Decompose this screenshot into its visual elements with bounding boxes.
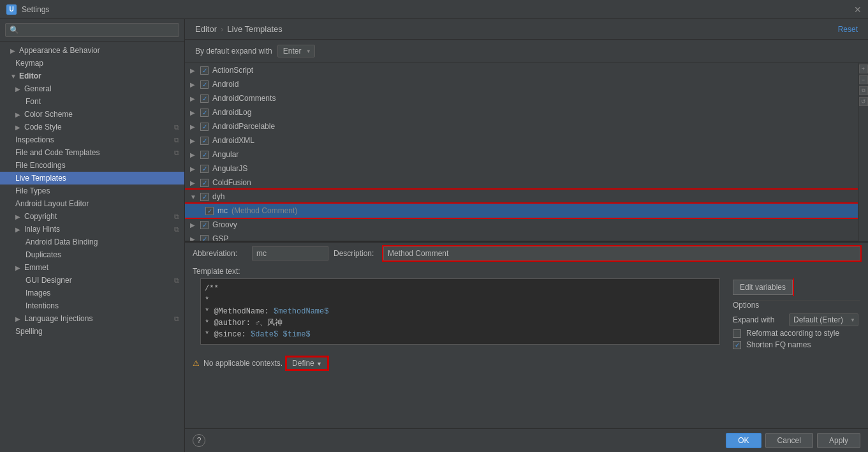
template-group-angularjs[interactable]: ▶ AngularJS [185,162,858,176]
arrow-icon: ▶ [190,236,196,242]
template-group-androidcomments[interactable]: ▶ AndroidComments [185,91,858,105]
sidebar-item-duplicates[interactable]: Duplicates [0,248,184,261]
group-name: ActionScript [212,66,253,75]
sidebar-item-label: Duplicates [26,250,61,259]
arrow-icon: ▶ [190,179,196,186]
abbreviation-input[interactable] [252,246,328,260]
apply-button[interactable]: Apply [817,433,860,448]
shorten-checkbox[interactable] [733,341,741,349]
sidebar-item-label: Copyright [24,212,57,221]
sidebar-item-code-style[interactable]: ▶ Code Style ⧉ [0,121,184,133]
sidebar-item-android-layout-editor[interactable]: Android Layout Editor [0,197,184,210]
templates-section: ▶ ActionScript ▶ Android ▶ AndroidCommen… [185,63,868,242]
ok-button[interactable]: OK [726,433,761,448]
shorten-row: Shorten FQ names [733,340,860,349]
templates-list: ▶ ActionScript ▶ Android ▶ AndroidCommen… [185,63,858,241]
group-name: Android [212,80,239,89]
checkbox-androidcomments[interactable] [200,94,209,103]
checkbox-dyh[interactable] [200,193,209,201]
sidebar-item-inlay-hints[interactable]: ▶ Inlay Hints ⧉ [0,223,184,236]
template-group-android[interactable]: ▶ Android [185,77,858,91]
restore-button[interactable]: ↺ [859,97,868,106]
abbreviation-row: Abbreviation: Description: [185,243,868,264]
group-name: ColdFusion [212,178,251,187]
template-group-groovy[interactable]: ▶ Groovy [185,218,858,232]
sidebar-item-android-data-binding[interactable]: Android Data Binding [0,236,184,248]
group-name: dyh [212,192,224,201]
checkbox-androidparcelable[interactable] [200,123,209,131]
sidebar: ▶ Appearance & Behavior Keymap ▼ Editor … [0,19,185,452]
template-group-actionscript[interactable]: ▶ ActionScript [185,63,858,77]
sidebar-item-font[interactable]: Font [0,95,184,108]
template-group-dyh-container: ▼ dyh mc (Method Comment) [185,190,858,218]
close-button[interactable]: ✕ [854,4,862,15]
template-group-angular[interactable]: ▶ Angular [185,147,858,162]
expand-dropdown[interactable]: Enter [277,45,315,57]
checkbox-angular[interactable] [200,151,209,159]
sidebar-item-images[interactable]: Images [0,287,184,299]
options-title: Options [733,301,860,310]
sidebar-item-keymap[interactable]: Keymap [0,57,184,70]
template-group-androidxml[interactable]: ▶ AndroidXML [185,133,858,147]
reset-button[interactable]: Reset [838,25,858,34]
template-text-editor[interactable]: /** * * @MethodName: $methodName$ * @aut… [200,278,720,345]
add-button[interactable]: + [859,64,868,73]
sidebar-item-label: Editor [19,72,41,80]
template-group-gsp[interactable]: ▶ GSP [185,232,858,241]
help-button[interactable]: ? [193,434,205,447]
template-item-mc[interactable]: mc (Method Comment) [185,204,858,218]
arrow-icon: ▶ [190,95,196,102]
checkbox-androidlog[interactable] [200,109,209,117]
checkbox-groovy[interactable] [200,221,209,229]
description-input[interactable] [383,246,860,260]
checkbox-android[interactable] [200,80,209,89]
checkbox-mc[interactable] [205,207,214,215]
sidebar-item-spelling[interactable]: Spelling [0,325,184,338]
remove-button[interactable]: − [859,75,868,84]
search-box[interactable] [0,19,184,41]
sidebar-item-file-encodings[interactable]: File Encodings [0,159,184,172]
edit-variables-button[interactable]: Edit variables [733,280,793,295]
sidebar-item-color-scheme[interactable]: ▶ Color Scheme [0,108,184,121]
template-group-coldfusion[interactable]: ▶ ColdFusion [185,176,858,190]
sidebar-item-general[interactable]: ▶ General [0,82,184,95]
define-label: Define [292,359,314,368]
expand-with-dropdown[interactable]: Default (Enter) [789,313,858,326]
template-line-5: * @since: $date$ $time$ [205,329,716,340]
checkbox-angularjs[interactable] [200,165,209,173]
expand-dropdown-wrapper[interactable]: Enter [277,45,315,57]
template-group-dyh[interactable]: ▼ dyh [185,190,858,204]
sidebar-item-file-code-templates[interactable]: File and Code Templates ⧉ [0,146,184,159]
search-input[interactable] [5,23,179,37]
template-group-androidlog[interactable]: ▶ AndroidLog [185,105,858,119]
sidebar-item-file-types[interactable]: File Types [0,185,184,197]
cancel-button[interactable]: Cancel [765,433,813,448]
checkbox-androidxml[interactable] [200,137,209,145]
sidebar-item-gui-designer[interactable]: GUI Designer ⧉ [0,274,184,287]
checkbox-actionscript[interactable] [200,66,209,75]
warning-icon: ⚠ [193,359,200,368]
checkbox-gsp[interactable] [200,235,209,242]
sidebar-item-live-templates[interactable]: Live Templates [0,172,184,185]
sidebar-item-language-injections[interactable]: ▶ Language Injections ⧉ [0,312,184,325]
reformat-checkbox[interactable] [733,329,741,338]
expand-label: By default expand with [195,47,272,56]
sidebar-item-copyright[interactable]: ▶ Copyright ⧉ [0,210,184,223]
sidebar-item-emmet[interactable]: ▶ Emmet [0,261,184,274]
sidebar-item-appearance[interactable]: ▶ Appearance & Behavior [0,44,184,57]
expand-with-dropdown-wrapper[interactable]: Default (Enter) [789,313,858,326]
define-button[interactable]: Define ▼ [286,357,328,370]
sidebar-item-editor[interactable]: ▼ Editor [0,70,184,82]
sidebar-item-inspections[interactable]: Inspections ⧉ [0,133,184,146]
red-right-indicator [793,278,803,296]
sidebar-item-intentions[interactable]: Intentions [0,299,184,312]
copy-icon: ⧉ [174,149,179,157]
sidebar-item-label: Android Data Binding [26,237,98,246]
checkbox-coldfusion[interactable] [200,179,209,187]
template-group-androidparcelable[interactable]: ▶ AndroidParcelable [185,119,858,133]
arrow-icon: ▼ [190,193,196,200]
copy-icon: ⧉ [174,136,179,144]
copy-button[interactable]: ⧉ [859,86,868,95]
template-line-1: /** [205,283,716,294]
sidebar-item-label: File and Code Templates [15,148,100,157]
